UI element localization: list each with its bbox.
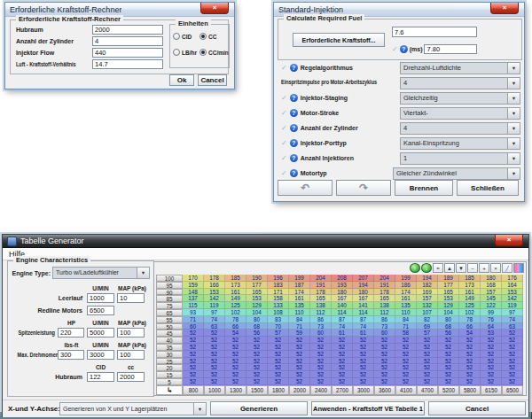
- ve-cell[interactable]: 52: [417, 378, 438, 385]
- y-axis-cell[interactable]: 5: [156, 378, 183, 385]
- x-axis-cell[interactable]: 2000: [289, 385, 310, 395]
- ve-cell[interactable]: 73: [310, 323, 332, 330]
- ve-cell[interactable]: 165: [310, 295, 332, 302]
- x-axis-cell[interactable]: 6150: [481, 385, 502, 395]
- help-icon[interactable]: ?: [290, 169, 298, 177]
- ve-cell[interactable]: 112: [374, 309, 395, 316]
- required-fuel-value-input[interactable]: [392, 27, 477, 37]
- ve-cell[interactable]: 52: [310, 358, 332, 365]
- export-icon[interactable]: ↑: [410, 263, 420, 273]
- ve-cell[interactable]: 171: [268, 289, 289, 296]
- ve-cell[interactable]: 52: [502, 344, 523, 351]
- ve-cell[interactable]: 83: [268, 316, 289, 323]
- ve-cell[interactable]: 74: [353, 323, 374, 330]
- y-axis-cell[interactable]: 15: [156, 371, 183, 378]
- ve-cell[interactable]: 52: [310, 344, 332, 351]
- ve-cell[interactable]: 177: [438, 282, 459, 289]
- ve-cell[interactable]: 52: [417, 364, 438, 371]
- ve-cell[interactable]: 165: [438, 289, 459, 296]
- ve-cell[interactable]: 57: [417, 330, 438, 337]
- ve-cell[interactable]: 52: [353, 351, 374, 358]
- peak-power-map-input[interactable]: [117, 328, 145, 338]
- idle-rpm-input[interactable]: [87, 293, 114, 303]
- ve-cell[interactable]: 69: [417, 323, 438, 330]
- ve-cell[interactable]: 56: [246, 330, 268, 337]
- ms-value-input[interactable]: [424, 44, 477, 54]
- palette-icon[interactable]: [513, 263, 524, 273]
- ve-cell[interactable]: 52: [204, 371, 225, 378]
- x-axis-cell[interactable]: 2700: [332, 385, 353, 395]
- ve-cell[interactable]: 52: [183, 337, 204, 344]
- ve-cell[interactable]: 84: [289, 316, 310, 323]
- ve-cell[interactable]: 52: [246, 378, 268, 385]
- ve-cell[interactable]: 161: [459, 289, 481, 296]
- ve-cell[interactable]: 189: [438, 275, 459, 282]
- ve-cell[interactable]: 194: [417, 275, 438, 282]
- x-axis-cell[interactable]: 2400: [310, 385, 332, 395]
- ve-cell[interactable]: 104: [438, 309, 459, 316]
- ve-cell[interactable]: 52: [395, 344, 417, 351]
- ve-cell[interactable]: 52: [481, 364, 502, 371]
- help-icon[interactable]: ?: [290, 94, 298, 102]
- x-axis-cell[interactable]: 4700: [417, 385, 438, 395]
- close-icon[interactable]: ×: [495, 235, 523, 246]
- ve-cell[interactable]: 180: [353, 289, 374, 296]
- ve-cell[interactable]: 52: [417, 371, 438, 378]
- ve-cell[interactable]: 196: [268, 275, 289, 282]
- ve-cell[interactable]: 73: [374, 323, 395, 330]
- ve-cell[interactable]: 178: [374, 289, 395, 296]
- displacement-cid-input[interactable]: [87, 372, 114, 382]
- ve-cell[interactable]: 52: [459, 337, 481, 344]
- ve-cell[interactable]: 125: [225, 302, 246, 309]
- y-axis-cell[interactable]: 50: [156, 323, 183, 330]
- radio-cid[interactable]: CID: [173, 33, 200, 40]
- ve-cell[interactable]: 56: [438, 330, 459, 337]
- ve-cell[interactable]: 54: [225, 330, 246, 337]
- ve-cell[interactable]: 52: [310, 371, 332, 378]
- ve-cell[interactable]: 52: [459, 351, 481, 358]
- ve-cell[interactable]: 52: [246, 344, 268, 351]
- close-icon[interactable]: ×: [490, 3, 519, 14]
- ve-cell[interactable]: 54: [459, 330, 481, 337]
- ve-cell[interactable]: 52: [502, 351, 523, 358]
- ve-cell[interactable]: 157: [417, 295, 438, 302]
- ve-cell[interactable]: 135: [395, 302, 417, 309]
- ve-cell[interactable]: 52: [481, 371, 502, 378]
- ve-cell[interactable]: 71: [395, 323, 417, 330]
- ve-cell[interactable]: 125: [459, 302, 481, 309]
- ve-cell[interactable]: 76: [481, 316, 502, 323]
- ve-cell[interactable]: 52: [246, 364, 268, 371]
- ve-cell[interactable]: 78: [225, 316, 246, 323]
- ve-cell[interactable]: 52: [502, 337, 523, 344]
- ve-cell[interactable]: 52: [310, 337, 332, 344]
- ve-cell[interactable]: 173: [225, 282, 246, 289]
- ve-cell[interactable]: 52: [332, 378, 353, 385]
- ve-cell[interactable]: 129: [246, 302, 268, 309]
- ve-cell[interactable]: 52: [438, 344, 459, 351]
- ve-cell[interactable]: 86: [310, 316, 332, 323]
- ve-cell[interactable]: 80: [438, 316, 459, 323]
- ve-cell[interactable]: 78: [459, 316, 481, 323]
- ve-cell[interactable]: 52: [204, 351, 225, 358]
- radio-ccmin[interactable]: CC/min: [200, 49, 228, 56]
- ve-cell[interactable]: 52: [225, 364, 246, 371]
- ve-cell[interactable]: 60: [183, 323, 204, 330]
- ve-cell[interactable]: 52: [374, 337, 395, 344]
- ve-cell[interactable]: 86: [374, 316, 395, 323]
- ve-cell[interactable]: 66: [459, 323, 481, 330]
- field-input[interactable]: [92, 48, 163, 58]
- ve-cell[interactable]: 204: [374, 275, 395, 282]
- ve-cell[interactable]: 74: [502, 316, 523, 323]
- y-axis-cell[interactable]: 40: [156, 337, 183, 344]
- ve-cell[interactable]: 52: [246, 358, 268, 365]
- ve-cell[interactable]: 52: [310, 378, 332, 385]
- ve-cell[interactable]: 52: [395, 371, 417, 378]
- field-input[interactable]: [92, 59, 163, 69]
- ve-cell[interactable]: 193: [332, 282, 353, 289]
- ve-cell[interactable]: 153: [246, 295, 268, 302]
- ve-cell[interactable]: 52: [268, 337, 289, 344]
- ve-cell[interactable]: 174: [289, 289, 310, 296]
- ve-cell[interactable]: 52: [395, 378, 417, 385]
- x-axis-cell[interactable]: 1300: [225, 385, 246, 395]
- ve-cell[interactable]: 63: [204, 323, 225, 330]
